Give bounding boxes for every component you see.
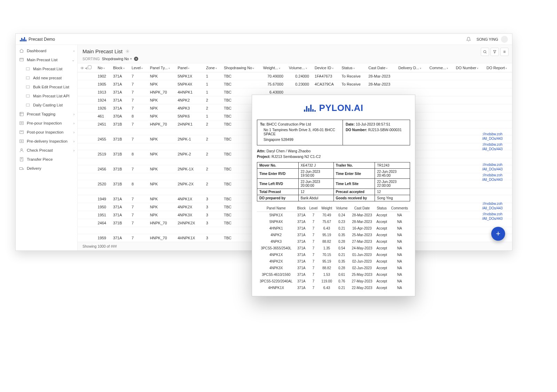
app-title: Precast Demo <box>29 37 55 42</box>
search-button[interactable] <box>481 48 489 56</box>
select-all-checkbox[interactable] <box>88 65 92 69</box>
column-header[interactable]: Level▾ <box>129 63 147 72</box>
sidebar-item-label: Dashboard <box>27 49 46 53</box>
table-row[interactable]: 1905371A7NPK5NPK4X1TBC75.670000.230004CA… <box>78 80 512 88</box>
column-header[interactable]: Shopdrawing No▾ <box>221 63 260 72</box>
svg-rect-0 <box>20 58 24 61</box>
panel-row: 4NPK3371A788.820.2827-Mar-2023AcceptNA <box>257 238 410 245</box>
notification-bell-icon[interactable] <box>466 37 471 42</box>
svg-point-10 <box>21 141 22 142</box>
sidebar-icon <box>19 157 24 162</box>
sidebar-item[interactable]: Transfer Piece <box>16 155 77 164</box>
do-link[interactable]: ://rvdsbw.zoh <box>482 201 510 206</box>
column-header[interactable]: Volume...▾ <box>286 63 312 72</box>
panel-row: 4HNPK1X371A76.430.2122-May-2023AcceptNA <box>257 285 410 291</box>
page-title: Main Precast List <box>83 48 123 54</box>
svg-rect-13 <box>19 168 22 170</box>
chevron-icon: › <box>73 130 74 134</box>
sidebar-item-label: Main Precast List <box>27 58 57 62</box>
do-link[interactable]: ://rvdsbw.zoh <box>482 212 510 216</box>
do-link[interactable]: ://rvdsbw.zoh <box>482 142 510 147</box>
page-header: Main Precast List ✳ <box>78 45 512 56</box>
avatar[interactable] <box>501 36 508 43</box>
sidebar-subitem[interactable]: Main Precast List API <box>16 91 77 101</box>
add-fab-button[interactable]: + <box>491 227 505 241</box>
report-logo: PYLON.AI <box>257 103 410 113</box>
column-header[interactable]: DO Number▾ <box>453 63 484 72</box>
user-name[interactable]: SONG YING <box>477 37 498 41</box>
column-header[interactable]: Block▾ <box>110 63 129 72</box>
panel-row: 5NPK4X371A775.670.2328-Mar-2023AcceptNA <box>257 218 410 225</box>
sidebar-item[interactable]: Delivery <box>16 164 77 173</box>
do-link[interactable]: ://rvdsbw.zoh <box>482 132 510 136</box>
do-link[interactable]: /All_DOs/443 <box>482 147 510 151</box>
do-link[interactable]: /All_DOs/443 <box>482 206 510 210</box>
sidebar-subitem[interactable]: Main Precast List <box>16 64 77 73</box>
sidebar-icon <box>19 121 24 126</box>
panel-row: 4NPK1X371A770.150.2101-Jun-2023AcceptNA <box>257 251 410 258</box>
panel-column-header: Panel Name <box>257 205 295 212</box>
sidebar-icon <box>19 148 24 153</box>
sort-label: SORTING <box>83 57 100 61</box>
do-link[interactable]: /All_DOs/443 <box>482 167 510 171</box>
svg-rect-4 <box>26 95 29 97</box>
chevron-icon: › <box>73 112 74 116</box>
sidebar-icon <box>25 66 30 71</box>
do-report-window: PYLON.AI To: BHCC Construction Pte Ltd N… <box>252 95 415 296</box>
sidebar-subitem[interactable]: Bulk Edit Precast List <box>16 82 77 91</box>
sidebar-item-label: Precast Tagging <box>27 112 55 116</box>
sidebar-item-label: Main Precast List API <box>33 94 70 98</box>
chevron-icon: › <box>73 139 74 143</box>
table-row[interactable]: 1902371A7NPK5NPK1X1TBC70.490000.240001FA… <box>78 72 512 80</box>
star-icon[interactable]: ✳ <box>125 48 130 54</box>
sidebar-subitem[interactable]: Add new precast <box>16 73 77 82</box>
logo-icon <box>20 37 26 41</box>
do-link[interactable]: /All_DOs/443 <box>482 177 510 182</box>
column-header[interactable]: Panel▾ <box>175 63 203 72</box>
sidebar-icon <box>19 57 24 62</box>
do-link[interactable]: ://rvdsbw.zoh <box>482 173 510 177</box>
panel-column-header: Block <box>295 205 307 212</box>
column-header[interactable]: Weight...▾ <box>260 63 286 72</box>
sidebar-item[interactable]: Pre-delivery Inspection› <box>16 137 77 146</box>
column-header[interactable]: Cast Date▾ <box>366 63 395 72</box>
sort-chip[interactable]: Shopdrawing No ▾ <box>102 57 132 61</box>
sidebar-item[interactable]: Post-pour Inspection› <box>16 128 77 137</box>
column-header[interactable]: Status▾ <box>339 63 366 72</box>
sidebar-item[interactable]: Precast Tagging› <box>16 110 77 119</box>
panel-column-header: Status <box>375 205 389 212</box>
do-link[interactable]: /All_DOs/443 <box>482 136 510 141</box>
sort-clear-icon[interactable]: ✕ <box>134 57 138 61</box>
sidebar-item[interactable]: Check Precast› <box>16 146 77 155</box>
panel-row: 3PCS5-5220/2040AL371A7119.000.7627-May-2… <box>257 278 410 285</box>
svg-rect-6 <box>20 112 24 116</box>
panel-row: 3PCS5-3655/2540L371A71.350.5424-May-2023… <box>257 245 410 251</box>
menu-button[interactable]: ≡ <box>500 48 509 56</box>
sidebar-item-label: Main Precast List <box>33 67 62 71</box>
column-header[interactable]: Zone▾ <box>203 63 221 72</box>
do-link[interactable]: /All_DOs/443 <box>482 216 510 221</box>
column-header[interactable]: No▾ <box>95 63 110 72</box>
action-icons: ≡ <box>481 48 509 56</box>
sidebar-item-label: Add new precast <box>33 76 62 80</box>
column-header[interactable]: Device ID▾ <box>312 63 339 72</box>
sidebar-item[interactable]: Pre-pour Inspection› <box>16 119 77 128</box>
panel-column-header: Cast Date <box>350 205 375 212</box>
topbar: Precast Demo SONG YING <box>16 34 512 45</box>
column-header[interactable]: Comme...▾ <box>427 63 453 72</box>
sidebar-item-label: Bulk Edit Precast List <box>33 85 69 89</box>
panel-row: 3PCS5-4610/1560371A71.530.6125-May-2023A… <box>257 271 410 278</box>
svg-rect-8 <box>20 131 24 134</box>
column-header[interactable]: Delivery D...▾ <box>395 63 426 72</box>
project-line: Project: RJ213 Sembawang N2 C1-C2 <box>257 154 410 159</box>
sidebar: Dashboard›Main Precast List⌄Main Precast… <box>16 45 78 250</box>
sidebar-subitem[interactable]: Daily Casting List <box>16 101 77 110</box>
column-header[interactable]: DO Report▾ <box>484 63 512 72</box>
sidebar-item[interactable]: Main Precast List⌄ <box>16 55 77 64</box>
column-header[interactable]: Panel Ty...▾ <box>147 63 175 72</box>
meta-table: Mover No.XE4732 JTrailer No.TR1243Time E… <box>257 162 410 201</box>
filter-button[interactable] <box>491 48 499 56</box>
sidebar-item[interactable]: Dashboard› <box>16 46 77 55</box>
eye-icon[interactable]: 👁 <box>80 66 84 70</box>
do-link[interactable]: ://rvdsbw.zoh <box>482 162 510 167</box>
